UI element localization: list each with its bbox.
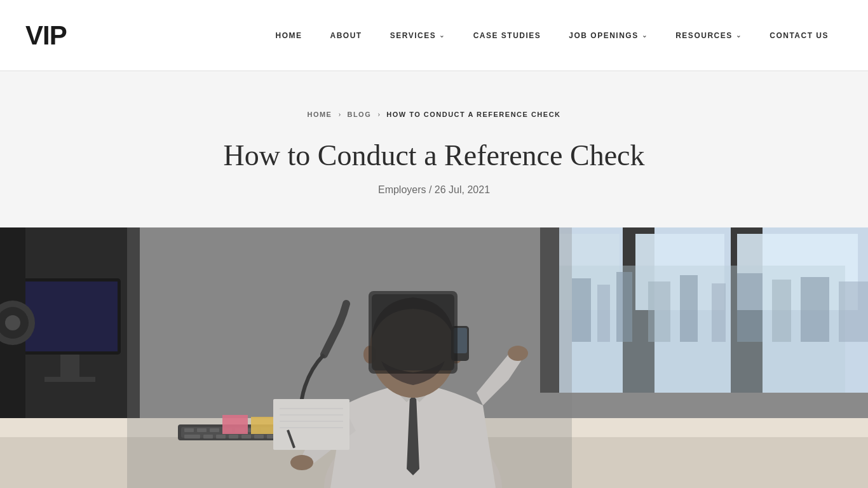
svg-rect-9 (572, 278, 591, 342)
nav-label-job-openings: JOB OPENINGS (569, 31, 638, 40)
site-header: VIP HOME ABOUT SERVICES ⌄ CASE STUDIES J… (0, 0, 868, 71)
nav-label-services: SERVICES (390, 31, 436, 40)
svg-rect-23 (44, 377, 95, 382)
breadcrumb-separator-2: › (377, 109, 380, 119)
page-title: How to Conduct a Reference Check (25, 138, 843, 173)
nav-label-case-studies: CASE STUDIES (473, 31, 541, 40)
svg-rect-11 (616, 272, 632, 342)
nav-item-about[interactable]: ABOUT (316, 31, 376, 40)
svg-rect-14 (712, 283, 726, 342)
svg-rect-15 (737, 273, 763, 342)
svg-rect-13 (680, 275, 698, 342)
svg-rect-12 (648, 281, 670, 342)
nav-label-home: HOME (276, 31, 302, 40)
svg-rect-16 (772, 280, 791, 342)
nav-item-resources[interactable]: RESOURCES ⌄ (661, 31, 756, 40)
svg-rect-17 (801, 277, 829, 342)
hero-image (0, 227, 868, 488)
chevron-down-icon-jobs: ⌄ (642, 32, 648, 39)
breadcrumb: HOME › BLOG › HOW TO CONDUCT A REFERENCE… (25, 109, 843, 119)
svg-rect-21 (22, 281, 118, 351)
article-meta: Employers / 26 Jul, 2021 (25, 184, 843, 196)
chevron-down-icon-resources: ⌄ (736, 32, 742, 39)
nav-item-services[interactable]: SERVICES ⌄ (376, 31, 459, 40)
nav-item-home[interactable]: HOME (262, 31, 316, 40)
breadcrumb-home[interactable]: HOME (307, 111, 332, 118)
hero-text-section: HOME › BLOG › HOW TO CONDUCT A REFERENCE… (0, 71, 868, 227)
svg-point-27 (5, 315, 20, 330)
nav-item-case-studies[interactable]: CASE STUDIES (459, 31, 555, 40)
svg-rect-22 (60, 355, 79, 380)
svg-rect-10 (597, 285, 610, 342)
nav-label-about: ABOUT (330, 31, 362, 40)
site-logo[interactable]: VIP (25, 22, 67, 49)
svg-rect-67 (372, 294, 454, 370)
breadcrumb-current: HOW TO CONDUCT A REFERENCE CHECK (386, 111, 560, 118)
breadcrumb-blog[interactable]: BLOG (347, 111, 371, 118)
nav-item-job-openings[interactable]: JOB OPENINGS ⌄ (555, 31, 661, 40)
nav-label-contact: CONTACT US (770, 31, 829, 40)
nav-item-contact[interactable]: CONTACT US (756, 31, 843, 40)
chevron-down-icon: ⌄ (439, 32, 445, 39)
svg-rect-65 (127, 227, 572, 488)
svg-rect-18 (839, 281, 868, 342)
main-nav: HOME ABOUT SERVICES ⌄ CASE STUDIES JOB O… (262, 31, 843, 40)
nav-label-resources: RESOURCES (675, 31, 733, 40)
breadcrumb-separator-1: › (338, 109, 341, 119)
